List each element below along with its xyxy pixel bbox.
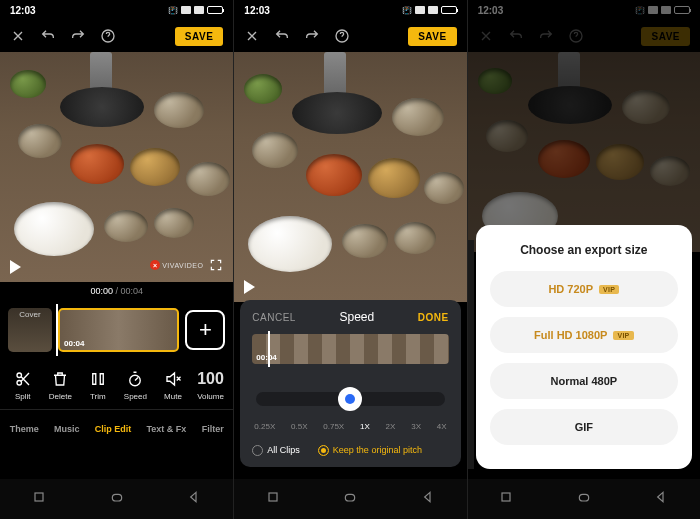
bottom-tabs: Theme Music Clip Edit Text & Fx Filter	[0, 409, 233, 448]
clip-duration: 00:04	[64, 339, 84, 348]
tool-trim[interactable]: Trim	[81, 370, 115, 401]
help-icon[interactable]	[334, 28, 350, 44]
status-right: 📳	[168, 6, 223, 15]
redo-icon[interactable]	[304, 28, 320, 44]
time-current: 00:00	[90, 286, 113, 296]
nav-back-icon[interactable]	[420, 489, 436, 509]
status-bar: 12:03 📳	[0, 0, 233, 20]
svg-point-2	[17, 381, 22, 386]
time-indicator: 00:00 / 00:04	[0, 282, 233, 300]
watermark[interactable]: × VIVAVIDEO	[150, 260, 203, 270]
speed-panel: CANCEL Speed DONE 00:04 0.25X 0.5X 0.75X…	[240, 300, 460, 467]
undo-icon[interactable]	[274, 28, 290, 44]
cover-thumb[interactable]: Cover	[8, 308, 52, 352]
nav-back-icon[interactable]	[186, 489, 202, 509]
tab-text-fx[interactable]: Text & Fx	[145, 420, 189, 438]
export-480p[interactable]: Normal 480P	[490, 363, 678, 399]
signal-icon	[415, 6, 425, 14]
svg-rect-4	[35, 493, 43, 501]
nav-home-icon[interactable]	[576, 489, 592, 509]
fullscreen-icon[interactable]	[209, 258, 223, 272]
wifi-icon	[428, 6, 438, 14]
play-button[interactable]	[10, 260, 21, 274]
export-720p[interactable]: HD 720P VIP	[490, 271, 678, 307]
video-preview[interactable]: × VIVAVIDEO	[0, 52, 233, 282]
opt-all-clips[interactable]: All Clips	[252, 445, 300, 456]
svg-rect-5	[112, 494, 121, 501]
status-time: 12:03	[244, 5, 270, 16]
radio-off-icon	[252, 445, 263, 456]
export-gif[interactable]: GIF	[490, 409, 678, 445]
clip-thumb[interactable]: 00:04	[58, 308, 179, 352]
svg-rect-11	[579, 494, 588, 501]
preview-image	[234, 52, 466, 302]
panel-title: Speed	[339, 310, 374, 324]
save-button[interactable]: SAVE	[408, 27, 457, 46]
close-icon[interactable]	[10, 28, 26, 44]
wifi-icon	[194, 6, 204, 14]
export-1080p[interactable]: Full HD 1080P VIP	[490, 317, 678, 353]
battery-icon	[207, 6, 223, 14]
screen-speed: 12:03 📳 SAVE	[233, 0, 466, 519]
vibrate-icon: 📳	[402, 6, 412, 15]
nav-recent-icon[interactable]	[265, 489, 281, 509]
editor-topbar: SAVE	[234, 20, 466, 52]
nav-back-icon[interactable]	[653, 489, 669, 509]
android-navbar	[0, 479, 233, 519]
watermark-remove-icon[interactable]: ×	[150, 260, 160, 270]
play-button[interactable]	[244, 280, 255, 294]
svg-rect-8	[346, 494, 355, 501]
nav-recent-icon[interactable]	[31, 489, 47, 509]
export-sheet: Choose an export size HD 720P VIP Full H…	[476, 225, 692, 469]
vip-badge: VIP	[599, 285, 619, 294]
tool-split[interactable]: Split	[6, 370, 40, 401]
close-icon[interactable]	[244, 28, 260, 44]
help-icon[interactable]	[100, 28, 116, 44]
time-total: 00:04	[120, 286, 143, 296]
tab-filter[interactable]: Filter	[200, 420, 226, 438]
opt-keep-pitch[interactable]: Keep the original pitch	[318, 445, 422, 456]
tool-speed[interactable]: Speed	[118, 370, 152, 401]
editor-topbar: SAVE	[0, 20, 233, 52]
tool-volume[interactable]: 100Volume	[194, 370, 228, 401]
battery-icon	[441, 6, 457, 14]
tool-delete[interactable]: Delete	[43, 370, 77, 401]
cover-label: Cover	[19, 310, 40, 319]
tab-music[interactable]: Music	[52, 420, 82, 438]
svg-rect-7	[269, 493, 277, 501]
undo-icon[interactable]	[40, 28, 56, 44]
android-navbar	[234, 479, 466, 519]
svg-point-1	[17, 373, 22, 378]
timeline[interactable]: Cover 00:04 +	[0, 300, 233, 360]
slider-knob[interactable]	[338, 387, 362, 411]
status-time: 12:03	[10, 5, 36, 16]
done-button[interactable]: DONE	[418, 312, 449, 323]
status-right: 📳	[402, 6, 457, 15]
speed-slider[interactable]	[256, 382, 444, 418]
screen-clip-edit: 12:03 📳 SAVE	[0, 0, 233, 519]
redo-icon[interactable]	[70, 28, 86, 44]
nav-home-icon[interactable]	[342, 489, 358, 509]
tool-mute[interactable]: Mute	[156, 370, 190, 401]
android-navbar	[468, 479, 700, 519]
watermark-text: VIVAVIDEO	[162, 262, 203, 269]
tab-theme[interactable]: Theme	[8, 420, 41, 438]
status-bar: 12:03 📳	[234, 0, 466, 20]
vibrate-icon: 📳	[168, 6, 178, 15]
tab-clip-edit[interactable]: Clip Edit	[93, 420, 134, 438]
background-edge	[468, 240, 474, 469]
nav-recent-icon[interactable]	[498, 489, 514, 509]
save-button[interactable]: SAVE	[175, 27, 224, 46]
clip-duration: 00:04	[256, 353, 276, 362]
preview-image	[0, 52, 233, 282]
video-preview[interactable]	[234, 52, 466, 302]
tool-row: Split Delete Trim Speed Mute 100Volume	[0, 360, 233, 409]
sheet-title: Choose an export size	[490, 243, 678, 257]
add-clip-button[interactable]: +	[185, 310, 225, 350]
speed-marks: 0.25X 0.5X 0.75X 1X 2X 3X 4X	[252, 422, 448, 431]
radio-on-icon	[318, 445, 329, 456]
cancel-button[interactable]: CANCEL	[252, 312, 296, 323]
clip-strip[interactable]: 00:04	[252, 334, 448, 364]
signal-icon	[181, 6, 191, 14]
nav-home-icon[interactable]	[109, 489, 125, 509]
